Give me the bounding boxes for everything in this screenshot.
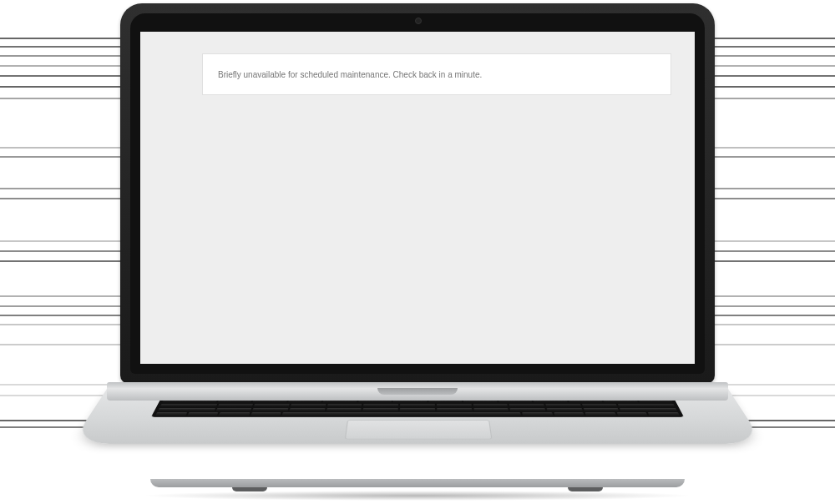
decor-streak: [713, 344, 835, 345]
laptop-screen: Briefly unavailable for scheduled mainte…: [140, 32, 695, 364]
decor-streak: [710, 324, 835, 325]
decor-streak: [0, 344, 122, 345]
decor-streak: [725, 395, 835, 396]
camera-icon: [415, 18, 422, 24]
laptop-front-edge: [150, 479, 685, 487]
decor-streak: [711, 98, 835, 99]
decor-streak: [0, 98, 124, 99]
decor-streak: [0, 395, 110, 396]
laptop-illustration: Briefly unavailable for scheduled mainte…: [107, 3, 728, 501]
decor-streak: [710, 240, 835, 242]
scene: Briefly unavailable for scheduled mainte…: [0, 0, 835, 504]
trackpad: [345, 420, 493, 439]
decor-streak: [721, 384, 835, 386]
laptop-foot: [568, 487, 603, 491]
laptop-shadow: [140, 491, 695, 501]
maintenance-notice: Briefly unavailable for scheduled mainte…: [202, 53, 671, 95]
decor-streak: [0, 384, 114, 386]
maintenance-message: Briefly unavailable for scheduled mainte…: [218, 70, 482, 79]
laptop-bezel: Briefly unavailable for scheduled mainte…: [130, 13, 705, 374]
laptop-foot: [232, 487, 267, 491]
laptop-hinge: [107, 382, 728, 401]
